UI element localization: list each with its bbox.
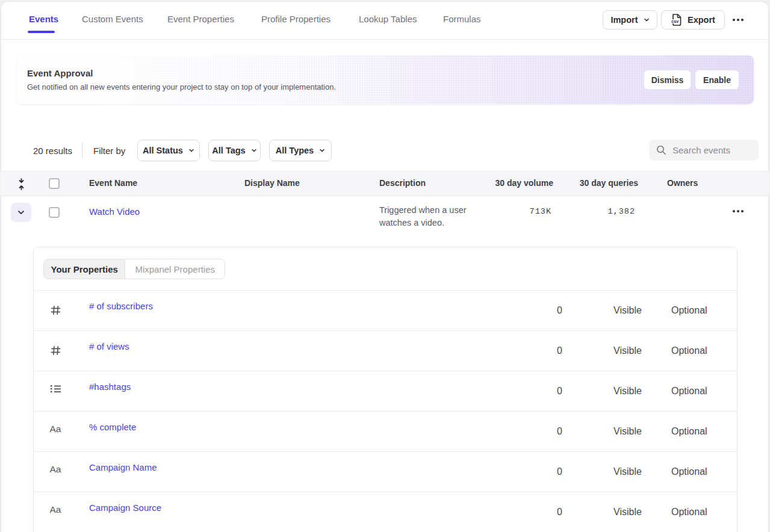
- svg-text:csv: csv: [671, 19, 678, 24]
